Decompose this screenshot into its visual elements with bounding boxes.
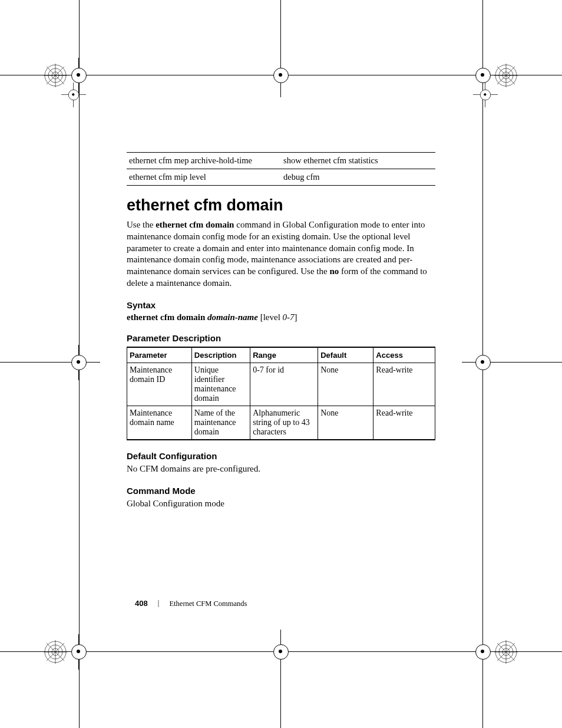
syntax-heading: Syntax xyxy=(127,300,435,310)
page-content: ethernet cfm mep archive-hold-time show … xyxy=(127,152,435,518)
text: Use the xyxy=(127,220,156,229)
parameter-table: Parameter Description Range Default Acce… xyxy=(127,347,435,440)
syntax-line: ethernet cfm domain domain-name [level 0… xyxy=(127,312,435,322)
syntax-command: ethernet cfm domain xyxy=(127,312,207,322)
command-heading: ethernet cfm domain xyxy=(127,196,435,215)
col-range: Range xyxy=(250,347,318,363)
col-default: Default xyxy=(318,347,373,363)
command-mode-body: Global Configuration mode xyxy=(127,498,435,510)
page-footer: 408 | Ethernet CFM Commands xyxy=(135,599,247,608)
table-row: ethernet cfm mep archive-hold-time show … xyxy=(127,153,435,169)
cell-access: Read-write xyxy=(373,406,435,440)
intro-paragraph: Use the ethernet cfm domain command in G… xyxy=(127,219,435,289)
registration-mark-icon xyxy=(473,83,498,107)
cell-range: 0-7 for id xyxy=(250,363,318,406)
cell-range: Alphanumeric string of up to 43 characte… xyxy=(250,406,318,440)
col-description: Description xyxy=(191,347,250,363)
table-header-row: Parameter Description Range Default Acce… xyxy=(127,347,435,363)
cell-default: None xyxy=(318,363,373,406)
registration-mark-icon xyxy=(61,345,97,380)
registration-mark-icon xyxy=(465,345,501,380)
section-title: Ethernet CFM Commands xyxy=(169,599,247,608)
registration-mark-icon xyxy=(465,634,501,670)
registration-mark-icon xyxy=(263,58,299,93)
cell-parameter: Maintenance domain ID xyxy=(127,363,192,406)
related-command: debug cfm xyxy=(281,169,435,186)
related-commands-table: ethernet cfm mep archive-hold-time show … xyxy=(127,152,435,186)
default-configuration-heading: Default Configuration xyxy=(127,451,435,461)
related-command: ethernet cfm mip level xyxy=(127,169,281,186)
cell-access: Read-write xyxy=(373,363,435,406)
default-configuration-body: No CFM domains are pre-configured. xyxy=(127,463,435,475)
table-row: Maintenance domain name Name of the main… xyxy=(127,406,435,440)
table-row: Maintenance domain ID Unique identifier … xyxy=(127,363,435,406)
registration-mark-icon xyxy=(263,634,299,670)
col-access: Access xyxy=(373,347,435,363)
cell-description: Name of the maintenance domain xyxy=(191,406,250,440)
command-name: ethernet cfm domain xyxy=(156,220,234,229)
cell-default: None xyxy=(318,406,373,440)
syntax-text: [level xyxy=(258,312,283,322)
parameter-description-heading: Parameter Description xyxy=(127,333,435,343)
syntax-argument: domain-name xyxy=(207,312,258,322)
related-command: show ethernet cfm statistics xyxy=(281,153,435,169)
no-keyword: no xyxy=(329,266,339,276)
syntax-text: ] xyxy=(295,312,297,322)
command-mode-heading: Command Mode xyxy=(127,486,435,496)
cell-description: Unique identifier maintenance domain xyxy=(191,363,250,406)
syntax-range: 0-7 xyxy=(283,312,295,322)
footer-separator: | xyxy=(158,599,160,607)
cell-parameter: Maintenance domain name xyxy=(127,406,192,440)
registration-mark-icon xyxy=(61,83,86,107)
page-number: 408 xyxy=(135,599,148,608)
col-parameter: Parameter xyxy=(127,347,192,363)
table-row: ethernet cfm mip level debug cfm xyxy=(127,169,435,186)
registration-mark-icon xyxy=(61,634,97,670)
related-command: ethernet cfm mep archive-hold-time xyxy=(127,153,281,169)
